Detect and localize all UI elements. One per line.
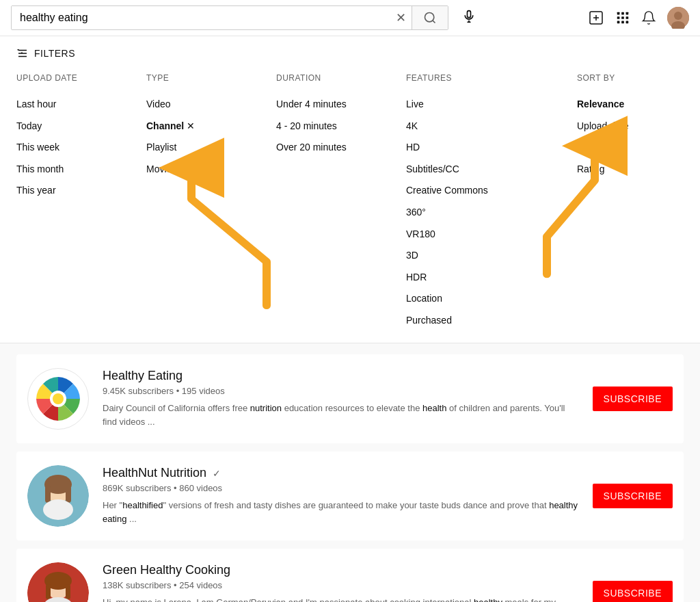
filter-3d[interactable]: 3D [406,245,577,267]
filter-creative-commons[interactable]: Creative Commons [406,180,577,202]
channel-info-1: Healthy Eating 9.45K subscribers • 195 v… [103,369,579,428]
channel-avatar-2 [27,465,89,527]
svg-rect-40 [66,584,70,599]
filter-video[interactable]: Video [146,94,276,116]
channel-name-2: HealthNut Nutrition ✓ [103,466,579,480]
type-header: TYPE [146,73,276,83]
duration-col: DURATION Under 4 minutes 4 - 20 minutes … [276,73,406,332]
apps-button[interactable] [615,10,630,25]
svg-point-18 [674,12,682,20]
header: ✕ [0,0,700,36]
channel-label: Channel [146,120,184,133]
filter-hd[interactable]: HD [406,137,577,159]
channel-desc-2: Her "healthified" versions of fresh and … [103,499,579,525]
channel-name-3: Green Healthy Cooking [103,563,579,577]
search-button[interactable] [412,6,448,29]
svg-rect-33 [45,486,51,503]
duration-header: DURATION [276,73,406,83]
filter-icon [16,47,29,60]
create-icon [588,10,604,26]
channel-avatar-1 [27,368,89,430]
svg-rect-2 [468,10,471,17]
notifications-button[interactable] [641,10,656,25]
filter-view-count[interactable]: View count [577,137,700,159]
filter-relevance[interactable]: Relevance [577,94,700,116]
svg-rect-15 [621,21,624,24]
filter-today[interactable]: Today [16,116,146,138]
filters-grid: UPLOAD DATE Last hour Today This week Th… [16,73,684,332]
filter-purchased[interactable]: Purchased [406,310,577,332]
upload-date-header: UPLOAD DATE [16,73,146,83]
green-healthy-avatar [27,562,89,602]
filter-playlist[interactable]: Playlist [146,137,276,159]
verified-badge-2: ✓ [213,468,221,479]
channel-info-3: Green Healthy Cooking 138K subscribers •… [103,563,579,602]
filters-header: FILTERS [16,47,684,60]
mic-button[interactable] [457,10,481,27]
svg-line-1 [433,21,435,23]
svg-rect-14 [617,21,620,24]
clear-button[interactable]: ✕ [390,10,412,25]
svg-point-35 [43,499,73,520]
channel-desc-1: Dairy Council of California offers free … [103,402,579,428]
avatar[interactable] [667,7,689,29]
filter-under4[interactable]: Under 4 minutes [276,94,406,116]
filter-over20[interactable]: Over 20 minutes [276,137,406,159]
close-icon: ✕ [396,10,406,25]
filter-live[interactable]: Live [406,94,577,116]
filters-wrapper: FILTERS UPLOAD DATE Last hour Today This… [0,36,700,343]
svg-rect-16 [626,21,629,24]
features-col: FEATURES Live 4K HD Subtitles/CC Creativ… [406,73,577,332]
svg-rect-34 [66,486,71,503]
result-item-1: Healthy Eating 9.45K subscribers • 195 v… [16,354,684,443]
channel-desc-3: Hi, my name is Lorena, I am German/Peruv… [103,596,579,602]
healthy-eating-logo [31,371,85,426]
filter-vr180[interactable]: VR180 [406,224,577,246]
filters-section: FILTERS UPLOAD DATE Last hour Today This… [0,36,700,343]
filter-last-hour[interactable]: Last hour [16,94,146,116]
svg-rect-12 [621,16,624,19]
filters-title: FILTERS [34,48,75,59]
svg-rect-11 [617,16,620,19]
channel-meta-1: 9.45K subscribers • 195 videos [103,386,579,396]
result-item-2: HealthNut Nutrition ✓ 869K subscribers •… [16,452,684,540]
channel-meta-3: 138K subscribers • 254 videos [103,580,579,590]
svg-rect-9 [621,12,624,15]
filter-subtitles[interactable]: Subtitles/CC [406,159,577,181]
features-header: FEATURES [406,73,577,83]
filter-this-week[interactable]: This week [16,137,146,159]
sort-by-col: SORT BY Relevance Upload date View count… [577,73,700,332]
subscribe-button-1[interactable]: SUBSCRIBE [593,387,673,411]
search-bar: ✕ [11,5,448,30]
subscribe-button-2[interactable]: SUBSCRIBE [593,484,673,508]
channel-name-1: Healthy Eating [103,369,579,383]
search-input[interactable] [12,6,390,29]
header-right [588,7,689,29]
avatar-image [667,7,689,29]
filter-location[interactable]: Location [406,288,577,310]
upload-date-col: UPLOAD DATE Last hour Today This week Th… [16,73,146,332]
svg-rect-10 [626,12,629,15]
results-section: Healthy Eating 9.45K subscribers • 195 v… [0,343,700,602]
filter-channel[interactable]: Channel ✕ [146,116,276,138]
channel-avatar-3 [27,562,89,602]
filter-4to20[interactable]: 4 - 20 minutes [276,116,406,138]
filter-rating[interactable]: Rating [577,159,700,181]
sort-by-header: SORT BY [577,73,700,83]
filter-upload-date[interactable]: Upload date [577,116,700,138]
filter-360[interactable]: 360° [406,202,577,224]
create-button[interactable] [588,10,604,26]
filter-this-year[interactable]: This year [16,180,146,202]
svg-rect-8 [617,12,620,15]
type-col: TYPE Video Channel ✕ Playlist Movie [146,73,276,332]
subscribe-button-3[interactable]: SUBSCRIBE [593,581,673,602]
channel-remove[interactable]: ✕ [187,120,195,133]
filter-hdr[interactable]: HDR [406,267,577,289]
filter-4k[interactable]: 4K [406,116,577,138]
channel-meta-2: 869K subscribers • 860 videos [103,483,579,493]
filter-this-month[interactable]: This month [16,159,146,181]
search-icon [423,11,437,25]
filter-movie[interactable]: Movie [146,159,276,181]
bell-icon [641,10,656,25]
channel-info-2: HealthNut Nutrition ✓ 869K subscribers •… [103,466,579,525]
